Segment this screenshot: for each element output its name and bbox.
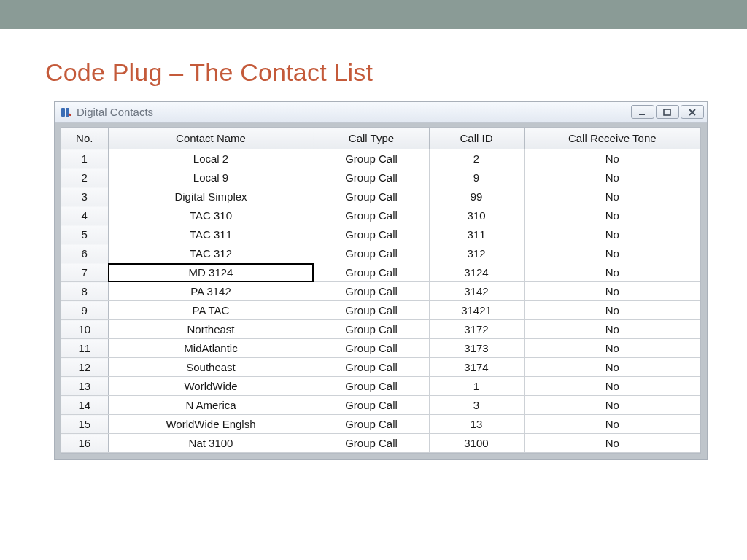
cell-call-id[interactable]: 2 <box>429 149 524 168</box>
cell-call-type[interactable]: Group Call <box>314 415 429 434</box>
table-row[interactable]: 4TAC 310Group Call310No <box>61 206 700 225</box>
cell-no[interactable]: 3 <box>61 187 108 206</box>
cell-call-type[interactable]: Group Call <box>314 358 429 377</box>
table-row[interactable]: 11MidAtlanticGroup Call3173No <box>61 339 700 358</box>
cell-no[interactable]: 15 <box>61 415 108 434</box>
cell-contact-name[interactable]: WorldWide Englsh <box>108 415 314 434</box>
cell-call-type[interactable]: Group Call <box>314 396 429 415</box>
cell-no[interactable]: 1 <box>61 149 108 168</box>
cell-call-type[interactable]: Group Call <box>314 320 429 339</box>
table-row[interactable]: 3Digital SimplexGroup Call99No <box>61 187 700 206</box>
cell-call-id[interactable]: 310 <box>429 206 524 225</box>
cell-contact-name[interactable]: N America <box>108 396 314 415</box>
cell-receive-tone[interactable]: No <box>524 282 700 301</box>
cell-receive-tone[interactable]: No <box>524 168 700 187</box>
cell-call-type[interactable]: Group Call <box>314 434 429 453</box>
cell-call-id[interactable]: 3172 <box>429 320 524 339</box>
cell-call-type[interactable]: Group Call <box>314 377 429 396</box>
table-row[interactable]: 12SoutheastGroup Call3174No <box>61 358 700 377</box>
cell-contact-name[interactable]: TAC 312 <box>108 244 314 263</box>
cell-call-id[interactable]: 311 <box>429 225 524 244</box>
cell-call-id[interactable]: 312 <box>429 244 524 263</box>
cell-receive-tone[interactable]: No <box>524 187 700 206</box>
cell-receive-tone[interactable]: No <box>524 149 700 168</box>
cell-receive-tone[interactable]: No <box>524 434 700 453</box>
cell-contact-name[interactable]: Northeast <box>108 320 314 339</box>
cell-call-id[interactable]: 3174 <box>429 358 524 377</box>
table-row[interactable]: 15WorldWide EnglshGroup Call13No <box>61 415 700 434</box>
table-row[interactable]: 14N AmericaGroup Call3No <box>61 396 700 415</box>
cell-no[interactable]: 4 <box>61 206 108 225</box>
cell-call-id[interactable]: 99 <box>429 187 524 206</box>
cell-no[interactable]: 16 <box>61 434 108 453</box>
cell-receive-tone[interactable]: No <box>524 377 700 396</box>
cell-no[interactable]: 9 <box>61 301 108 320</box>
cell-contact-name[interactable]: Local 2 <box>108 149 314 168</box>
cell-no[interactable]: 6 <box>61 244 108 263</box>
cell-no[interactable]: 14 <box>61 396 108 415</box>
cell-receive-tone[interactable]: No <box>524 263 700 282</box>
close-button[interactable] <box>681 105 704 119</box>
cell-call-id[interactable]: 3173 <box>429 339 524 358</box>
col-header-no[interactable]: No. <box>61 128 108 149</box>
cell-call-id[interactable]: 31421 <box>429 301 524 320</box>
cell-call-type[interactable]: Group Call <box>314 282 429 301</box>
cell-call-id[interactable]: 3124 <box>429 263 524 282</box>
col-header-id[interactable]: Call ID <box>429 128 524 149</box>
cell-no[interactable]: 12 <box>61 358 108 377</box>
cell-contact-name[interactable]: Nat 3100 <box>108 434 314 453</box>
minimize-button[interactable] <box>631 105 654 119</box>
cell-call-id[interactable]: 9 <box>429 168 524 187</box>
cell-contact-name[interactable]: PA TAC <box>108 301 314 320</box>
cell-call-id[interactable]: 3 <box>429 396 524 415</box>
cell-no[interactable]: 2 <box>61 168 108 187</box>
table-row[interactable]: 1Local 2Group Call2No <box>61 149 700 168</box>
table-row[interactable]: 2Local 9Group Call9No <box>61 168 700 187</box>
cell-no[interactable]: 8 <box>61 282 108 301</box>
cell-receive-tone[interactable]: No <box>524 358 700 377</box>
cell-call-id[interactable]: 13 <box>429 415 524 434</box>
cell-call-type[interactable]: Group Call <box>314 301 429 320</box>
table-row[interactable]: 8PA 3142Group Call3142No <box>61 282 700 301</box>
table-row[interactable]: 6TAC 312Group Call312No <box>61 244 700 263</box>
cell-call-type[interactable]: Group Call <box>314 244 429 263</box>
cell-call-type[interactable]: Group Call <box>314 225 429 244</box>
cell-call-type[interactable]: Group Call <box>314 263 429 282</box>
cell-contact-name[interactable]: MD 3124 <box>108 263 314 282</box>
col-header-tone[interactable]: Call Receive Tone <box>524 128 700 149</box>
cell-contact-name[interactable]: TAC 310 <box>108 206 314 225</box>
cell-contact-name[interactable]: PA 3142 <box>108 282 314 301</box>
contacts-table[interactable]: No. Contact Name Call Type Call ID Call … <box>61 128 700 453</box>
col-header-type[interactable]: Call Type <box>314 128 429 149</box>
cell-receive-tone[interactable]: No <box>524 396 700 415</box>
table-row[interactable]: 16Nat 3100Group Call3100No <box>61 434 700 453</box>
cell-call-id[interactable]: 3142 <box>429 282 524 301</box>
col-header-name[interactable]: Contact Name <box>108 128 314 149</box>
cell-contact-name[interactable]: TAC 311 <box>108 225 314 244</box>
cell-no[interactable]: 10 <box>61 320 108 339</box>
cell-contact-name[interactable]: MidAtlantic <box>108 339 314 358</box>
cell-contact-name[interactable]: Southeast <box>108 358 314 377</box>
cell-receive-tone[interactable]: No <box>524 206 700 225</box>
cell-receive-tone[interactable]: No <box>524 244 700 263</box>
cell-receive-tone[interactable]: No <box>524 301 700 320</box>
table-row[interactable]: 10NortheastGroup Call3172No <box>61 320 700 339</box>
cell-call-type[interactable]: Group Call <box>314 339 429 358</box>
cell-receive-tone[interactable]: No <box>524 320 700 339</box>
cell-call-type[interactable]: Group Call <box>314 187 429 206</box>
table-row[interactable]: 7MD 3124Group Call3124No <box>61 263 700 282</box>
table-row[interactable]: 13WorldWideGroup Call1No <box>61 377 700 396</box>
cell-receive-tone[interactable]: No <box>524 339 700 358</box>
cell-call-type[interactable]: Group Call <box>314 168 429 187</box>
maximize-button[interactable] <box>656 105 679 119</box>
cell-receive-tone[interactable]: No <box>524 415 700 434</box>
cell-receive-tone[interactable]: No <box>524 225 700 244</box>
cell-no[interactable]: 7 <box>61 263 108 282</box>
cell-contact-name[interactable]: Digital Simplex <box>108 187 314 206</box>
cell-no[interactable]: 11 <box>61 339 108 358</box>
cell-call-id[interactable]: 3100 <box>429 434 524 453</box>
cell-call-type[interactable]: Group Call <box>314 149 429 168</box>
cell-call-id[interactable]: 1 <box>429 377 524 396</box>
cell-contact-name[interactable]: WorldWide <box>108 377 314 396</box>
table-row[interactable]: 5TAC 311Group Call311No <box>61 225 700 244</box>
